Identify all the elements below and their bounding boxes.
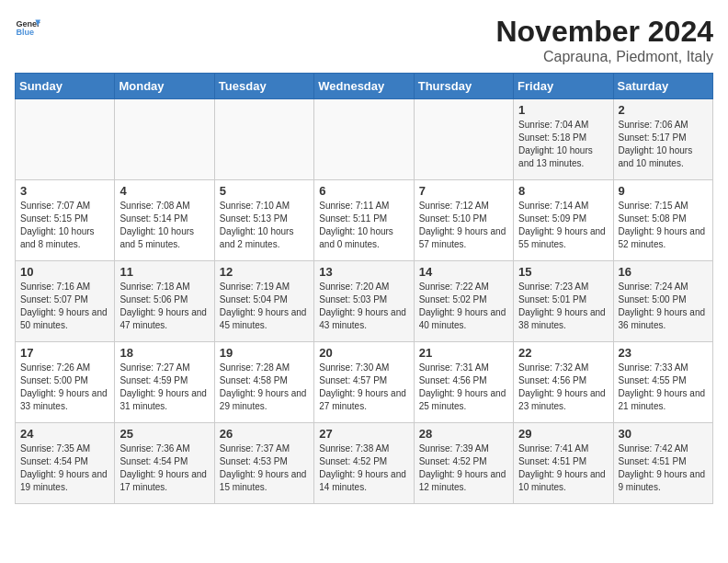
calendar-cell: 7Sunrise: 7:12 AM Sunset: 5:10 PM Daylig… xyxy=(414,180,513,261)
calendar-cell: 6Sunrise: 7:11 AM Sunset: 5:11 PM Daylig… xyxy=(314,180,414,261)
day-info: Sunrise: 7:36 AM Sunset: 4:54 PM Dayligh… xyxy=(119,442,209,494)
day-info: Sunrise: 7:11 AM Sunset: 5:11 PM Dayligh… xyxy=(319,200,408,251)
day-info: Sunrise: 7:14 AM Sunset: 5:09 PM Dayligh… xyxy=(518,200,608,251)
day-info: Sunrise: 7:26 AM Sunset: 5:00 PM Dayligh… xyxy=(20,362,109,413)
weekday-header-thursday: Thursday xyxy=(414,74,513,99)
day-info: Sunrise: 7:16 AM Sunset: 5:07 PM Dayligh… xyxy=(20,281,109,332)
day-info: Sunrise: 7:28 AM Sunset: 4:58 PM Dayligh… xyxy=(220,362,309,413)
day-number: 16 xyxy=(619,265,708,279)
calendar-cell: 20Sunrise: 7:30 AM Sunset: 4:57 PM Dayli… xyxy=(314,342,414,423)
calendar-cell xyxy=(214,99,313,180)
calendar-cell: 16Sunrise: 7:24 AM Sunset: 5:00 PM Dayli… xyxy=(613,261,712,342)
calendar-cell: 23Sunrise: 7:33 AM Sunset: 4:55 PM Dayli… xyxy=(613,342,712,423)
calendar-week-row: 3Sunrise: 7:07 AM Sunset: 5:15 PM Daylig… xyxy=(16,180,713,261)
day-number: 6 xyxy=(319,184,408,198)
day-info: Sunrise: 7:22 AM Sunset: 5:02 PM Dayligh… xyxy=(419,281,508,332)
calendar-cell: 4Sunrise: 7:08 AM Sunset: 5:14 PM Daylig… xyxy=(115,180,214,261)
calendar-cell: 5Sunrise: 7:10 AM Sunset: 5:13 PM Daylig… xyxy=(214,180,313,261)
title-area: November 2024 Caprauna, Piedmont, Italy xyxy=(495,15,713,65)
day-number: 14 xyxy=(419,265,508,279)
day-number: 2 xyxy=(619,103,708,117)
day-number: 30 xyxy=(619,427,708,441)
day-number: 22 xyxy=(518,346,608,360)
calendar-cell: 13Sunrise: 7:20 AM Sunset: 5:03 PM Dayli… xyxy=(314,261,414,342)
day-info: Sunrise: 7:30 AM Sunset: 4:57 PM Dayligh… xyxy=(319,362,408,413)
day-info: Sunrise: 7:18 AM Sunset: 5:06 PM Dayligh… xyxy=(119,281,209,332)
day-number: 11 xyxy=(119,265,209,279)
day-number: 20 xyxy=(319,346,408,360)
day-info: Sunrise: 7:04 AM Sunset: 5:18 PM Dayligh… xyxy=(518,119,608,170)
calendar-cell: 24Sunrise: 7:35 AM Sunset: 4:54 PM Dayli… xyxy=(16,423,115,504)
weekday-header-saturday: Saturday xyxy=(613,74,712,99)
day-info: Sunrise: 7:20 AM Sunset: 5:03 PM Dayligh… xyxy=(319,281,408,332)
day-info: Sunrise: 7:32 AM Sunset: 4:56 PM Dayligh… xyxy=(518,362,608,413)
logo: General Blue xyxy=(15,15,40,40)
logo-icon: General Blue xyxy=(15,15,40,40)
day-info: Sunrise: 7:41 AM Sunset: 4:51 PM Dayligh… xyxy=(518,442,608,494)
day-number: 19 xyxy=(220,346,309,360)
calendar-cell xyxy=(16,99,115,180)
day-info: Sunrise: 7:06 AM Sunset: 5:17 PM Dayligh… xyxy=(619,119,708,170)
calendar-cell: 26Sunrise: 7:37 AM Sunset: 4:53 PM Dayli… xyxy=(214,423,313,504)
day-number: 17 xyxy=(20,346,109,360)
calendar-cell: 28Sunrise: 7:39 AM Sunset: 4:52 PM Dayli… xyxy=(414,423,513,504)
calendar-week-row: 24Sunrise: 7:35 AM Sunset: 4:54 PM Dayli… xyxy=(16,423,713,504)
day-number: 4 xyxy=(119,184,209,198)
day-info: Sunrise: 7:31 AM Sunset: 4:56 PM Dayligh… xyxy=(419,362,508,413)
day-info: Sunrise: 7:23 AM Sunset: 5:01 PM Dayligh… xyxy=(518,281,608,332)
calendar-week-row: 10Sunrise: 7:16 AM Sunset: 5:07 PM Dayli… xyxy=(16,261,713,342)
calendar-cell xyxy=(414,99,513,180)
day-info: Sunrise: 7:42 AM Sunset: 4:51 PM Dayligh… xyxy=(619,442,708,494)
day-number: 12 xyxy=(220,265,309,279)
calendar-cell: 22Sunrise: 7:32 AM Sunset: 4:56 PM Dayli… xyxy=(514,342,613,423)
day-number: 9 xyxy=(619,184,708,198)
calendar-cell: 15Sunrise: 7:23 AM Sunset: 5:01 PM Dayli… xyxy=(514,261,613,342)
calendar-table: SundayMondayTuesdayWednesdayThursdayFrid… xyxy=(15,73,713,504)
day-info: Sunrise: 7:10 AM Sunset: 5:13 PM Dayligh… xyxy=(220,200,309,251)
day-info: Sunrise: 7:15 AM Sunset: 5:08 PM Dayligh… xyxy=(619,200,708,251)
day-number: 1 xyxy=(518,103,608,117)
calendar-cell: 8Sunrise: 7:14 AM Sunset: 5:09 PM Daylig… xyxy=(514,180,613,261)
calendar-cell: 14Sunrise: 7:22 AM Sunset: 5:02 PM Dayli… xyxy=(414,261,513,342)
day-info: Sunrise: 7:35 AM Sunset: 4:54 PM Dayligh… xyxy=(20,442,109,494)
calendar-cell: 3Sunrise: 7:07 AM Sunset: 5:15 PM Daylig… xyxy=(16,180,115,261)
calendar-cell: 27Sunrise: 7:38 AM Sunset: 4:52 PM Dayli… xyxy=(314,423,414,504)
day-number: 24 xyxy=(20,427,109,441)
calendar-cell: 10Sunrise: 7:16 AM Sunset: 5:07 PM Dayli… xyxy=(16,261,115,342)
day-info: Sunrise: 7:37 AM Sunset: 4:53 PM Dayligh… xyxy=(220,442,309,494)
svg-text:Blue: Blue xyxy=(16,28,34,37)
calendar-cell xyxy=(314,99,414,180)
header: General Blue November 2024 Caprauna, Pie… xyxy=(15,15,713,65)
day-info: Sunrise: 7:19 AM Sunset: 5:04 PM Dayligh… xyxy=(220,281,309,332)
day-number: 10 xyxy=(20,265,109,279)
weekday-header-monday: Monday xyxy=(115,74,214,99)
weekday-header-tuesday: Tuesday xyxy=(214,74,313,99)
calendar-cell: 30Sunrise: 7:42 AM Sunset: 4:51 PM Dayli… xyxy=(613,423,712,504)
day-number: 13 xyxy=(319,265,408,279)
calendar-week-row: 17Sunrise: 7:26 AM Sunset: 5:00 PM Dayli… xyxy=(16,342,713,423)
day-info: Sunrise: 7:08 AM Sunset: 5:14 PM Dayligh… xyxy=(119,200,209,251)
day-info: Sunrise: 7:12 AM Sunset: 5:10 PM Dayligh… xyxy=(419,200,508,251)
day-number: 27 xyxy=(319,427,408,441)
calendar-cell: 9Sunrise: 7:15 AM Sunset: 5:08 PM Daylig… xyxy=(613,180,712,261)
calendar-cell: 17Sunrise: 7:26 AM Sunset: 5:00 PM Dayli… xyxy=(16,342,115,423)
calendar-cell: 12Sunrise: 7:19 AM Sunset: 5:04 PM Dayli… xyxy=(214,261,313,342)
weekday-header-row: SundayMondayTuesdayWednesdayThursdayFrid… xyxy=(16,74,713,99)
day-number: 21 xyxy=(419,346,508,360)
day-number: 25 xyxy=(119,427,209,441)
day-number: 23 xyxy=(619,346,708,360)
day-info: Sunrise: 7:07 AM Sunset: 5:15 PM Dayligh… xyxy=(20,200,109,251)
calendar-cell: 25Sunrise: 7:36 AM Sunset: 4:54 PM Dayli… xyxy=(115,423,214,504)
day-info: Sunrise: 7:24 AM Sunset: 5:00 PM Dayligh… xyxy=(619,281,708,332)
calendar-cell xyxy=(115,99,214,180)
day-number: 15 xyxy=(518,265,608,279)
day-number: 5 xyxy=(220,184,309,198)
month-title: November 2024 xyxy=(495,15,713,49)
calendar-cell: 19Sunrise: 7:28 AM Sunset: 4:58 PM Dayli… xyxy=(214,342,313,423)
calendar-cell: 11Sunrise: 7:18 AM Sunset: 5:06 PM Dayli… xyxy=(115,261,214,342)
calendar-cell: 1Sunrise: 7:04 AM Sunset: 5:18 PM Daylig… xyxy=(514,99,613,180)
calendar-cell: 18Sunrise: 7:27 AM Sunset: 4:59 PM Dayli… xyxy=(115,342,214,423)
day-number: 26 xyxy=(220,427,309,441)
day-number: 29 xyxy=(518,427,608,441)
calendar-week-row: 1Sunrise: 7:04 AM Sunset: 5:18 PM Daylig… xyxy=(16,99,713,180)
